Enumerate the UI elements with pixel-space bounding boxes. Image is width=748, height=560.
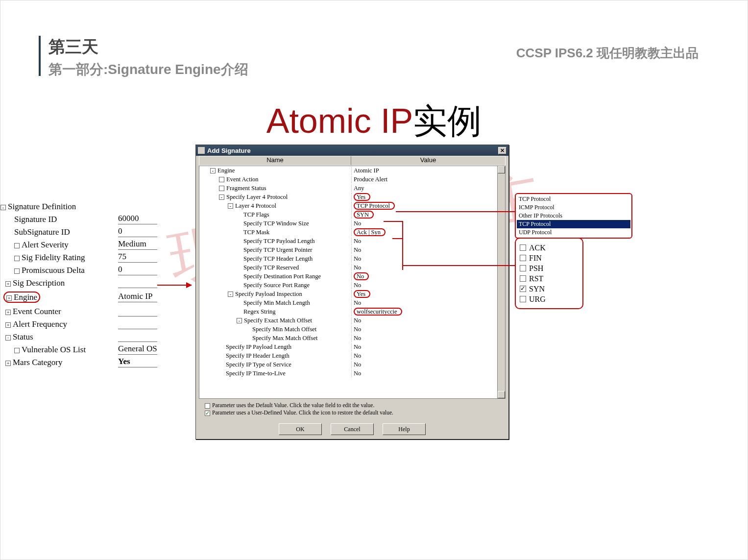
grid-row[interactable]: Event ActionProduce Alert [199,175,505,184]
grid-row[interactable]: Fragment StatusAny [199,184,505,193]
grid-row[interactable]: Specify Source Port RangeNo [199,281,505,290]
grid-row[interactable]: Regex Stringwolfsecurityccie [199,307,505,316]
row-value[interactable]: Ack | Syn [354,228,386,236]
flag-row[interactable]: URG [520,294,579,304]
grid-row[interactable]: Specify TCP Payload LengthNo [199,237,505,245]
row-value[interactable]: No [354,352,361,360]
flag-row[interactable]: FIN [520,253,579,263]
checkbox-icon[interactable] [14,256,20,261]
grid-row[interactable]: -Specify Payload InspectionYes [199,290,505,298]
tree-toggle-icon[interactable]: - [237,318,242,323]
cancel-button[interactable]: Cancel [331,423,374,435]
row-value[interactable]: No [354,361,361,368]
row-value[interactable]: Atomic IP [354,167,379,174]
tree-toggle-icon[interactable]: - [210,168,216,173]
engine-value[interactable]: Atomic IP [118,292,157,302]
scroll-down-icon[interactable] [498,391,505,398]
vulnos-value[interactable]: General OS [118,345,157,355]
row-value[interactable]: No [354,272,369,280]
row-value[interactable]: No [354,326,361,333]
grid-row[interactable]: Specify TCP Window SizeNo [199,219,505,228]
tree-expand-icon[interactable]: + [5,322,11,328]
flag-checkbox[interactable] [520,275,526,282]
scrollbar-vertical[interactable] [497,166,505,398]
checkbox-icon[interactable] [14,268,20,274]
grid-row[interactable]: -EngineAtomic IP [199,166,505,175]
flag-row[interactable]: ACK [520,243,579,253]
flag-checkbox[interactable] [520,265,526,271]
subsigid-value[interactable]: 0 [118,227,157,237]
grid-row[interactable]: Specify IP Type of ServiceNo [199,360,505,369]
tree-toggle-icon[interactable]: - [219,195,224,200]
row-value[interactable]: Any [354,185,364,192]
checkbox-icon[interactable] [14,348,20,353]
row-value[interactable]: No [354,317,361,324]
row-value[interactable]: No [354,282,361,289]
tree-expand-icon[interactable]: + [5,361,11,366]
flag-checkbox[interactable] [520,286,526,292]
dropdown-item[interactable]: ICMP Protocol [517,203,630,212]
tree-expand-icon[interactable]: · [5,335,11,341]
row-value[interactable]: Yes [354,193,370,201]
tree-expand-icon[interactable]: + [5,310,11,315]
dropdown-item[interactable]: Other IP Protocols [517,212,630,220]
sigid-value[interactable]: 60000 [118,215,157,224]
dropdown-item[interactable]: TCP Protocol [517,220,630,228]
row-value[interactable]: No [354,370,361,377]
grid-row[interactable]: Specify TCP Urgent PointerNo [199,245,505,254]
grid-row[interactable]: Specify IP Header LengthNo [199,351,505,360]
help-button[interactable]: Help [383,423,426,435]
flag-checkbox[interactable] [520,244,526,251]
tree-expand-icon[interactable]: + [5,281,11,287]
close-button[interactable]: ✕ [498,147,507,154]
tree-collapse-icon[interactable]: - [0,205,6,210]
tree-toggle-icon[interactable]: - [228,292,233,297]
row-value[interactable]: SYN [354,211,374,219]
row-value[interactable]: No [354,264,361,271]
dropdown-item[interactable]: TCP Protocol [517,195,630,203]
dropdown-item[interactable]: UDP Protocol [517,228,630,237]
row-value[interactable]: No [354,343,361,351]
row-value[interactable]: No [354,299,361,307]
row-value[interactable]: No [354,255,361,263]
mars-value[interactable]: Yes [118,358,157,367]
row-value[interactable]: TCP Protocol [354,202,395,210]
grid-row[interactable]: -Specify Exact Match OffsetNo [199,316,505,325]
grid-row[interactable]: Specify Min Match LengthNo [199,298,505,307]
promdelta-value[interactable]: 0 [118,266,157,275]
dialog-titlebar[interactable]: Add Signature ✕ [196,145,508,156]
grid-row[interactable]: Specify IP Payload LengthNo [199,342,505,351]
grid-row[interactable]: Specify Max Match OffsetNo [199,334,505,342]
checkbox-icon[interactable] [14,243,20,248]
flag-checkbox[interactable] [520,296,526,302]
scroll-up-icon[interactable] [498,166,505,173]
row-value[interactable]: No [354,335,361,342]
grid-row[interactable]: -Layer 4 ProtocolTCP Protocol [199,201,505,210]
row-value[interactable]: No [354,220,361,227]
ok-button[interactable]: OK [279,423,322,435]
tree-toggle-icon[interactable]: - [228,203,233,209]
flag-checkbox[interactable] [520,255,526,261]
vulnos-label: Vulnerable OS List [22,345,86,354]
row-value[interactable]: No [354,238,361,245]
checkbox-icon[interactable] [219,186,224,191]
grid-row[interactable]: Specify TCP ReservedNo [199,263,505,272]
row-value[interactable]: Produce Alert [354,176,387,183]
flag-row[interactable]: SYN [520,284,579,294]
grid-row[interactable]: -Specify Layer 4 ProtocolYes [199,193,505,201]
grid-row[interactable]: TCP MaskAck | Syn [199,228,505,237]
alertsev-value[interactable]: Medium [118,240,157,250]
grid-row[interactable]: Specify Destination Port RangeNo [199,272,505,281]
flag-row[interactable]: PSH [520,263,579,273]
row-value[interactable]: No [354,246,361,254]
grid-row[interactable]: Specify IP Time-to-LiveNo [199,369,505,378]
row-value[interactable]: Yes [354,290,370,298]
flag-row[interactable]: RST [520,273,579,284]
grid-row[interactable]: Specify TCP Header LengthNo [199,254,505,263]
grid-row[interactable]: Specify Min Match OffsetNo [199,325,505,334]
fidelity-value[interactable]: 75 [118,253,157,263]
row-value[interactable]: wolfsecurityccie [354,308,402,316]
checkbox-icon[interactable] [219,177,224,182]
sigdesc-label: Sig Description [13,278,65,288]
tree-expand-icon[interactable]: + [6,295,12,301]
